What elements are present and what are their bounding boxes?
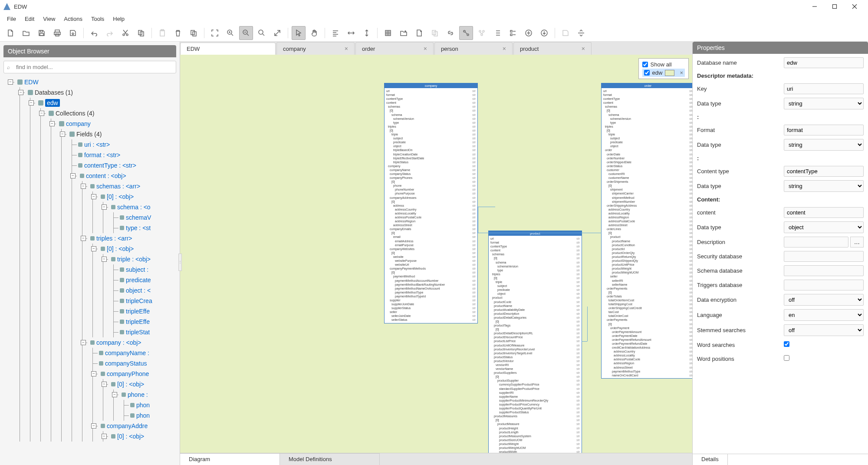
tree-leaf[interactable]: object : < bbox=[126, 287, 151, 294]
menu-edit[interactable]: Edit bbox=[20, 14, 39, 24]
cut-icon[interactable] bbox=[118, 26, 132, 40]
open-folder-icon[interactable] bbox=[19, 26, 33, 40]
tree-leaf[interactable]: type : <st bbox=[126, 224, 151, 231]
menu-help[interactable]: Help bbox=[108, 14, 129, 24]
copy-doc-icon[interactable] bbox=[428, 26, 442, 40]
align-left-icon[interactable] bbox=[329, 26, 342, 40]
tree-db-edw[interactable]: edw bbox=[45, 99, 60, 107]
menu-file[interactable]: File bbox=[3, 14, 20, 24]
tree-arr0[interactable]: [0] : <obj> bbox=[107, 245, 134, 252]
tree-company[interactable]: company bbox=[66, 120, 91, 127]
prop-input-triggers-database[interactable] bbox=[784, 280, 864, 290]
tree-schemas[interactable]: schemas : <arr> bbox=[96, 183, 140, 190]
new-file-icon[interactable] bbox=[3, 26, 17, 40]
prop-select-data-encryption[interactable]: off bbox=[784, 294, 864, 306]
add-folder-icon[interactable] bbox=[397, 26, 411, 40]
delete-icon[interactable] bbox=[171, 26, 185, 40]
save-icon[interactable] bbox=[35, 26, 49, 40]
entity-order[interactable]: orderuristrformatstrcontentTypestrconten… bbox=[601, 83, 692, 379]
search-icon[interactable] bbox=[255, 26, 269, 40]
layer-close-icon[interactable]: × bbox=[680, 69, 683, 76]
export-icon[interactable] bbox=[66, 26, 80, 40]
ellipsis-button[interactable]: … bbox=[850, 237, 864, 247]
bottom-tab-model-definitions[interactable]: Model Definitions bbox=[280, 453, 380, 465]
print-icon[interactable] bbox=[50, 26, 64, 40]
object-browser-search[interactable] bbox=[3, 61, 176, 73]
pointer-icon[interactable] bbox=[292, 26, 306, 40]
prop-input-key[interactable] bbox=[784, 83, 864, 94]
tree-triples[interactable]: triples : <arr> bbox=[96, 235, 132, 242]
tree-phone[interactable]: companyPhone bbox=[107, 370, 149, 377]
list-icon[interactable] bbox=[490, 26, 504, 40]
tree-leaf[interactable]: companyName : bbox=[105, 350, 149, 356]
tree-leaf[interactable]: uri : <str> bbox=[84, 141, 110, 148]
distribute-h-icon[interactable] bbox=[344, 26, 358, 40]
tree-leaf[interactable]: phon bbox=[136, 402, 150, 409]
bottom-tab-diagram[interactable]: Diagram bbox=[180, 453, 280, 465]
canvas-layer-control[interactable]: Show all edw× bbox=[638, 58, 689, 79]
tree-leaf[interactable]: content : <obj> bbox=[86, 172, 126, 179]
tree-fields[interactable]: Fields (4) bbox=[76, 131, 102, 138]
tree-arr0[interactable]: [0] : <obj> bbox=[117, 433, 144, 440]
resize-icon[interactable] bbox=[270, 26, 284, 40]
copy-icon[interactable] bbox=[134, 26, 148, 40]
tree-leaf[interactable]: phon bbox=[136, 412, 150, 419]
maximize-button[interactable] bbox=[825, 0, 845, 13]
entity-product[interactable]: producturistrformatstrcontentTypestrcont… bbox=[488, 231, 582, 453]
tree-leaf[interactable]: format : <str> bbox=[84, 152, 120, 158]
edw-layer-checkbox[interactable] bbox=[644, 70, 650, 76]
list2-icon[interactable] bbox=[506, 26, 520, 40]
prop-select-data-type[interactable]: string bbox=[784, 98, 864, 109]
close-button[interactable] bbox=[845, 0, 865, 13]
tree-arr0[interactable]: [0] : <obj> bbox=[117, 381, 144, 388]
tree-collections[interactable]: Collections (4) bbox=[56, 110, 94, 117]
tree-arr0[interactable]: [0] : <obj> bbox=[107, 193, 134, 200]
tab-close-icon[interactable]: × bbox=[503, 45, 506, 52]
prop-select-stemmed-searches[interactable]: off bbox=[784, 324, 864, 336]
prop-check-word-positions[interactable] bbox=[784, 355, 789, 361]
tree-leaf[interactable]: predicate bbox=[126, 277, 151, 284]
link-icon[interactable] bbox=[444, 26, 457, 40]
details-tab[interactable]: Details bbox=[693, 454, 728, 465]
circle-down-icon[interactable] bbox=[537, 26, 551, 40]
prop-input-schema-database[interactable] bbox=[784, 265, 864, 276]
menu-tools[interactable]: Tools bbox=[87, 14, 108, 24]
tree-phone-obj[interactable]: phone : bbox=[128, 391, 148, 398]
prop-input[interactable] bbox=[784, 237, 848, 247]
tree-schema[interactable]: schema : <o bbox=[117, 204, 151, 211]
circle-plus-icon[interactable] bbox=[522, 26, 536, 40]
tab-person[interactable]: person× bbox=[434, 42, 513, 55]
tab-close-icon[interactable]: × bbox=[424, 45, 427, 52]
tab-close-icon[interactable]: × bbox=[582, 45, 585, 52]
prop-select-language[interactable]: en bbox=[784, 309, 864, 321]
grid-icon[interactable] bbox=[381, 26, 395, 40]
tab-company[interactable]: company× bbox=[276, 42, 355, 55]
tree-leaf[interactable]: contentType : <str> bbox=[84, 162, 136, 169]
tree-leaf[interactable]: tripleStat bbox=[126, 329, 150, 336]
paste-icon[interactable] bbox=[155, 26, 169, 40]
add-doc-icon[interactable] bbox=[412, 26, 426, 40]
menu-actions[interactable]: Actions bbox=[59, 14, 87, 24]
entity-company[interactable]: companyuristrformatstrcontentTypestrcont… bbox=[384, 83, 478, 323]
distribute-v-icon[interactable] bbox=[360, 26, 374, 40]
tab-order[interactable]: order× bbox=[355, 42, 434, 55]
relationship-icon[interactable] bbox=[459, 26, 473, 40]
tree-company-obj[interactable]: company : <obj> bbox=[96, 339, 141, 346]
tab-edw[interactable]: EDW bbox=[180, 43, 276, 55]
prop-input-format[interactable] bbox=[784, 125, 864, 135]
tree-databases[interactable]: Databases (1) bbox=[35, 89, 73, 96]
prop-input-content-type[interactable] bbox=[784, 166, 864, 177]
prop-select-data-type[interactable]: string bbox=[784, 180, 864, 192]
splitter-handle[interactable]: ⋮ bbox=[178, 254, 182, 271]
hand-icon[interactable] bbox=[307, 26, 321, 40]
tree-addr[interactable]: companyAddre bbox=[107, 422, 148, 429]
zoom-out-icon[interactable] bbox=[239, 26, 253, 40]
tree-leaf[interactable]: subject : bbox=[126, 266, 148, 273]
zoom-in-icon[interactable] bbox=[224, 26, 237, 40]
prop-input-database-name[interactable] bbox=[784, 57, 864, 68]
tree-triple[interactable]: triple : <obj> bbox=[117, 256, 151, 263]
prop-input-security-database[interactable] bbox=[784, 251, 864, 262]
undo-icon[interactable] bbox=[87, 26, 101, 40]
sync-icon[interactable] bbox=[574, 26, 588, 40]
prop-select-data-type[interactable]: string bbox=[784, 139, 864, 151]
